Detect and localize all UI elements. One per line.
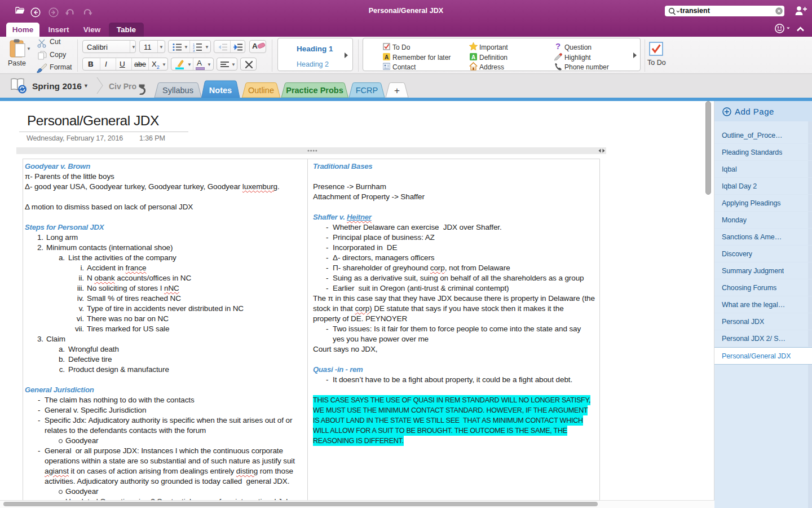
svg-text:A: A bbox=[385, 54, 389, 60]
svg-text:Notes: Notes bbox=[209, 86, 232, 95]
svg-text:Syllabus: Syllabus bbox=[162, 86, 193, 95]
svg-text:FCRP: FCRP bbox=[356, 86, 378, 95]
svg-text:Outline: Outline bbox=[248, 86, 274, 95]
svg-text:Practice Probs: Practice Probs bbox=[286, 86, 343, 95]
svg-text:A: A bbox=[471, 54, 475, 60]
svg-text:3: 3 bbox=[193, 49, 195, 52]
svg-text:+: + bbox=[394, 85, 400, 96]
